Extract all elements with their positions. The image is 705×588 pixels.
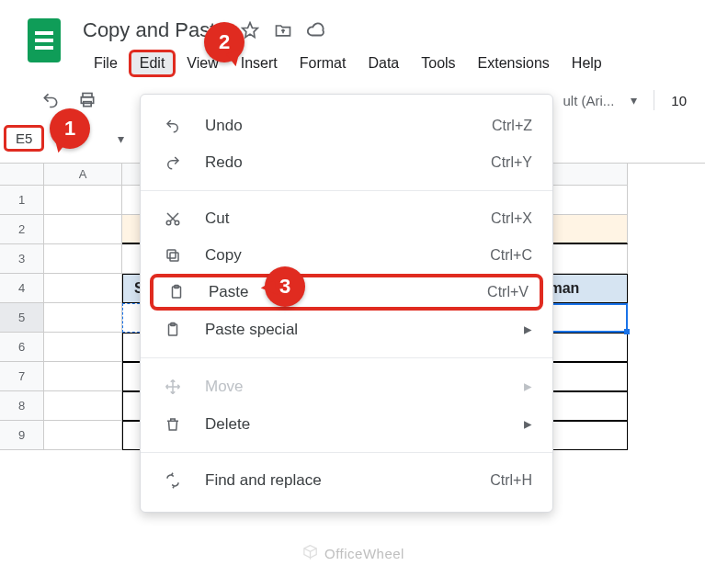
submenu-arrow-icon: ▸ bbox=[524, 377, 532, 396]
edit-menu-dropdown: Undo Ctrl+Z Redo Ctrl+Y Cut Ctrl+X Copy … bbox=[140, 94, 553, 513]
menu-format[interactable]: Format bbox=[289, 50, 358, 77]
row-header-6[interactable]: 6 bbox=[0, 333, 44, 362]
menu-data[interactable]: Data bbox=[357, 50, 410, 77]
watermark: OfficeWheel bbox=[301, 544, 404, 562]
copy-icon bbox=[161, 247, 185, 264]
menu-redo[interactable]: Redo Ctrl+Y bbox=[141, 144, 552, 181]
menu-cut-shortcut: Ctrl+X bbox=[491, 210, 532, 227]
row-header-9[interactable]: 9 bbox=[0, 421, 44, 450]
watermark-text: OfficeWheel bbox=[324, 546, 404, 561]
menu-cut-label: Cut bbox=[205, 209, 229, 228]
menu-copy-shortcut: Ctrl+C bbox=[490, 247, 532, 264]
menu-copy[interactable]: Copy Ctrl+C bbox=[141, 237, 552, 274]
menu-move: Move ▸ bbox=[141, 368, 552, 405]
row-header-3[interactable]: 3 bbox=[0, 244, 44, 274]
callout-1: 1 bbox=[50, 108, 90, 149]
app-header: Copy and Paste File Edit View Insert For… bbox=[0, 0, 705, 77]
row-header-4[interactable]: 4 bbox=[0, 274, 44, 303]
cell-A9[interactable] bbox=[44, 421, 122, 450]
undo-icon[interactable] bbox=[40, 90, 61, 110]
cloud-status-icon[interactable] bbox=[306, 20, 326, 40]
menu-paste-special[interactable]: Paste special ▸ bbox=[141, 311, 552, 348]
find-replace-icon bbox=[161, 472, 185, 489]
sheets-logo[interactable] bbox=[28, 18, 61, 62]
menu-redo-shortcut: Ctrl+Y bbox=[491, 154, 532, 171]
chevron-down-icon[interactable]: ▾ bbox=[631, 93, 637, 107]
cell-A8[interactable] bbox=[44, 391, 122, 421]
menu-paste-shortcut: Ctrl+V bbox=[487, 284, 529, 300]
svg-rect-6 bbox=[170, 253, 178, 261]
cell-A4[interactable] bbox=[44, 274, 122, 303]
menu-file[interactable]: File bbox=[83, 50, 129, 77]
font-size[interactable]: 10 bbox=[671, 93, 687, 108]
cut-icon bbox=[161, 210, 185, 227]
menu-paste[interactable]: Paste Ctrl+V bbox=[150, 274, 543, 311]
undo-icon bbox=[161, 118, 185, 134]
cell-A5[interactable] bbox=[44, 303, 122, 333]
svg-rect-7 bbox=[167, 250, 176, 258]
menu-bar: File Edit View Insert Format Data Tools … bbox=[83, 50, 613, 77]
callout-3: 3 bbox=[265, 266, 305, 307]
select-all-cell[interactable] bbox=[0, 164, 44, 186]
menu-copy-label: Copy bbox=[205, 246, 242, 265]
menu-edit[interactable]: Edit bbox=[129, 50, 176, 77]
cell-A3[interactable] bbox=[44, 244, 122, 274]
callout-2: 2 bbox=[204, 22, 244, 62]
menu-delete-label: Delete bbox=[205, 415, 250, 434]
menu-help[interactable]: Help bbox=[561, 50, 613, 77]
watermark-logo-icon bbox=[301, 544, 319, 562]
menu-delete[interactable]: Delete ▸ bbox=[141, 405, 552, 443]
name-box[interactable]: E5 bbox=[4, 125, 44, 152]
menu-separator bbox=[141, 190, 552, 191]
col-header-A[interactable]: A bbox=[44, 164, 122, 186]
cell-A1[interactable] bbox=[44, 186, 122, 215]
row-header-1[interactable]: 1 bbox=[0, 186, 44, 215]
menu-paste-label: Paste bbox=[209, 283, 248, 301]
row-header-2[interactable]: 2 bbox=[0, 215, 44, 244]
menu-cut[interactable]: Cut Ctrl+X bbox=[141, 200, 552, 237]
menu-redo-label: Redo bbox=[205, 153, 243, 172]
svg-marker-0 bbox=[242, 23, 257, 38]
menu-find-replace-shortcut: Ctrl+H bbox=[490, 472, 532, 489]
menu-tools[interactable]: Tools bbox=[410, 50, 466, 77]
menu-move-label: Move bbox=[205, 378, 244, 396]
row-header-8[interactable]: 8 bbox=[0, 391, 44, 421]
submenu-arrow-icon: ▸ bbox=[524, 320, 532, 339]
toolbar-divider bbox=[654, 90, 654, 110]
name-box-dropdown-icon[interactable]: ▾ bbox=[118, 131, 124, 146]
menu-separator bbox=[141, 452, 552, 453]
menu-undo[interactable]: Undo Ctrl+Z bbox=[141, 107, 552, 144]
submenu-arrow-icon: ▸ bbox=[524, 414, 532, 434]
menu-extensions[interactable]: Extensions bbox=[467, 50, 561, 77]
print-icon[interactable] bbox=[77, 90, 97, 110]
paste-icon bbox=[165, 284, 188, 300]
paste-special-icon bbox=[161, 322, 185, 338]
cell-A7[interactable] bbox=[44, 362, 122, 391]
menu-find-replace-label: Find and replace bbox=[205, 471, 322, 490]
cell-A2[interactable] bbox=[44, 215, 122, 244]
delete-icon bbox=[161, 416, 185, 433]
cell-A6[interactable] bbox=[44, 333, 122, 362]
move-icon bbox=[161, 379, 185, 395]
row-header-7[interactable]: 7 bbox=[0, 362, 44, 391]
menu-separator bbox=[141, 357, 552, 358]
font-name[interactable]: ult (Ari... bbox=[563, 93, 614, 108]
menu-undo-label: Undo bbox=[205, 117, 243, 135]
move-folder-icon[interactable] bbox=[273, 20, 293, 40]
menu-paste-special-label: Paste special bbox=[205, 321, 298, 339]
menu-undo-shortcut: Ctrl+Z bbox=[492, 118, 532, 134]
menu-find-replace[interactable]: Find and replace Ctrl+H bbox=[141, 462, 552, 499]
redo-icon bbox=[161, 154, 185, 171]
row-header-5[interactable]: 5 bbox=[0, 303, 44, 333]
